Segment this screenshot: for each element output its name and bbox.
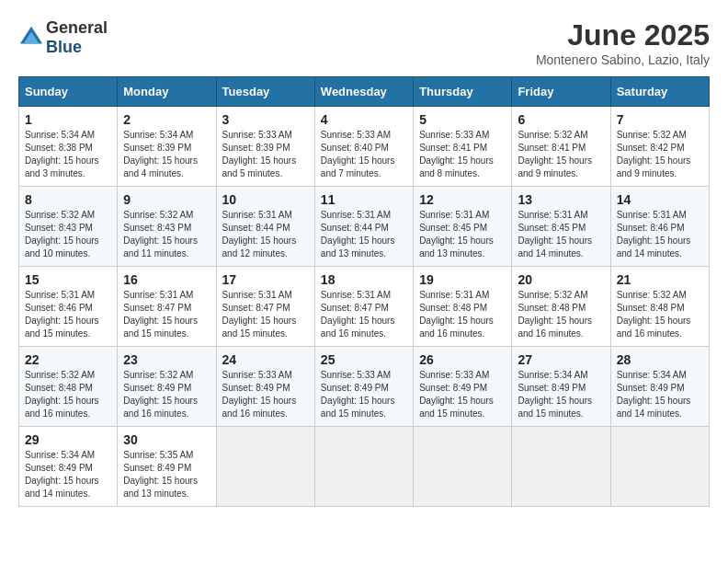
calendar-cell: 22Sunrise: 5:32 AM Sunset: 8:48 PM Dayli… [19,347,118,427]
day-info: Sunrise: 5:32 AM Sunset: 8:48 PM Dayligh… [518,289,604,340]
week-row-1: 1Sunrise: 5:34 AM Sunset: 8:38 PM Daylig… [19,107,710,187]
day-info: Sunrise: 5:31 AM Sunset: 8:47 PM Dayligh… [321,289,407,340]
day-info: Sunrise: 5:33 AM Sunset: 8:39 PM Dayligh… [222,129,309,180]
calendar-cell: 12Sunrise: 5:31 AM Sunset: 8:45 PM Dayli… [414,187,512,267]
calendar-header-row: SundayMondayTuesdayWednesdayThursdayFrid… [19,77,710,107]
day-number: 1 [25,112,111,127]
week-row-5: 29Sunrise: 5:34 AM Sunset: 8:49 PM Dayli… [19,427,710,507]
day-number: 9 [123,192,210,207]
day-number: 4 [321,112,407,127]
day-number: 12 [419,192,506,207]
day-info: Sunrise: 5:31 AM Sunset: 8:45 PM Dayligh… [518,209,604,260]
calendar-cell: 6Sunrise: 5:32 AM Sunset: 8:41 PM Daylig… [512,107,610,187]
day-info: Sunrise: 5:32 AM Sunset: 8:43 PM Dayligh… [25,209,111,260]
day-number: 27 [518,352,604,367]
day-number: 3 [222,112,309,127]
calendar-cell: 24Sunrise: 5:33 AM Sunset: 8:49 PM Dayli… [216,347,314,427]
calendar-cell: 19Sunrise: 5:31 AM Sunset: 8:48 PM Dayli… [414,267,512,347]
day-number: 16 [123,272,210,287]
day-number: 23 [123,352,210,367]
day-number: 28 [617,352,703,367]
day-info: Sunrise: 5:32 AM Sunset: 8:48 PM Dayligh… [25,369,111,420]
calendar-cell: 28Sunrise: 5:34 AM Sunset: 8:49 PM Dayli… [610,347,709,427]
calendar-cell: 20Sunrise: 5:32 AM Sunset: 8:48 PM Dayli… [512,267,610,347]
calendar-cell: 30Sunrise: 5:35 AM Sunset: 8:49 PM Dayli… [118,427,216,507]
day-info: Sunrise: 5:33 AM Sunset: 8:49 PM Dayligh… [321,369,407,420]
calendar-cell: 29Sunrise: 5:34 AM Sunset: 8:49 PM Dayli… [19,427,118,507]
calendar-cell: 10Sunrise: 5:31 AM Sunset: 8:44 PM Dayli… [216,187,314,267]
day-number: 18 [321,272,407,287]
calendar-cell: 5Sunrise: 5:33 AM Sunset: 8:41 PM Daylig… [414,107,512,187]
day-info: Sunrise: 5:34 AM Sunset: 8:49 PM Dayligh… [518,369,604,420]
day-info: Sunrise: 5:32 AM Sunset: 8:43 PM Dayligh… [123,209,210,260]
calendar-cell: 4Sunrise: 5:33 AM Sunset: 8:40 PM Daylig… [314,107,413,187]
day-number: 19 [419,272,506,287]
month-title: June 2025 [536,18,710,52]
calendar-cell [610,427,709,507]
day-number: 2 [123,112,210,127]
day-number: 10 [222,192,309,207]
calendar-cell: 15Sunrise: 5:31 AM Sunset: 8:46 PM Dayli… [19,267,118,347]
day-number: 22 [25,352,111,367]
logo-icon [18,25,44,51]
calendar-cell: 11Sunrise: 5:31 AM Sunset: 8:44 PM Dayli… [314,187,413,267]
calendar-cell: 9Sunrise: 5:32 AM Sunset: 8:43 PM Daylig… [118,187,216,267]
calendar-cell: 13Sunrise: 5:31 AM Sunset: 8:45 PM Dayli… [512,187,610,267]
day-number: 30 [123,432,210,447]
calendar-cell [216,427,314,507]
calendar-cell: 7Sunrise: 5:32 AM Sunset: 8:42 PM Daylig… [610,107,709,187]
calendar-cell: 25Sunrise: 5:33 AM Sunset: 8:49 PM Dayli… [314,347,413,427]
day-info: Sunrise: 5:34 AM Sunset: 8:38 PM Dayligh… [25,129,111,180]
day-number: 7 [617,112,703,127]
col-header-saturday: Saturday [610,77,709,107]
title-area: June 2025 Montenero Sabino, Lazio, Italy [536,18,710,67]
day-info: Sunrise: 5:34 AM Sunset: 8:39 PM Dayligh… [123,129,210,180]
calendar-cell: 23Sunrise: 5:32 AM Sunset: 8:49 PM Dayli… [118,347,216,427]
day-info: Sunrise: 5:32 AM Sunset: 8:41 PM Dayligh… [518,129,604,180]
col-header-monday: Monday [118,77,216,107]
day-number: 5 [419,112,506,127]
day-info: Sunrise: 5:31 AM Sunset: 8:47 PM Dayligh… [123,289,210,340]
calendar-cell: 8Sunrise: 5:32 AM Sunset: 8:43 PM Daylig… [19,187,118,267]
calendar-cell: 17Sunrise: 5:31 AM Sunset: 8:47 PM Dayli… [216,267,314,347]
day-info: Sunrise: 5:31 AM Sunset: 8:46 PM Dayligh… [617,209,703,260]
calendar-cell: 1Sunrise: 5:34 AM Sunset: 8:38 PM Daylig… [19,107,118,187]
day-info: Sunrise: 5:33 AM Sunset: 8:49 PM Dayligh… [419,369,506,420]
week-row-3: 15Sunrise: 5:31 AM Sunset: 8:46 PM Dayli… [19,267,710,347]
day-info: Sunrise: 5:33 AM Sunset: 8:49 PM Dayligh… [222,369,309,420]
day-number: 29 [25,432,111,447]
calendar-cell: 27Sunrise: 5:34 AM Sunset: 8:49 PM Dayli… [512,347,610,427]
day-number: 14 [617,192,703,207]
day-number: 20 [518,272,604,287]
day-number: 8 [25,192,111,207]
day-info: Sunrise: 5:31 AM Sunset: 8:45 PM Dayligh… [419,209,506,260]
calendar-cell [512,427,610,507]
calendar-cell [314,427,413,507]
day-info: Sunrise: 5:35 AM Sunset: 8:49 PM Dayligh… [123,449,210,500]
day-info: Sunrise: 5:31 AM Sunset: 8:48 PM Dayligh… [419,289,506,340]
calendar-cell: 14Sunrise: 5:31 AM Sunset: 8:46 PM Dayli… [610,187,709,267]
day-number: 13 [518,192,604,207]
location-title: Montenero Sabino, Lazio, Italy [536,52,710,67]
col-header-wednesday: Wednesday [314,77,413,107]
day-number: 11 [321,192,407,207]
day-number: 21 [617,272,703,287]
col-header-sunday: Sunday [19,77,118,107]
day-info: Sunrise: 5:31 AM Sunset: 8:44 PM Dayligh… [321,209,407,260]
calendar-cell: 26Sunrise: 5:33 AM Sunset: 8:49 PM Dayli… [414,347,512,427]
day-info: Sunrise: 5:33 AM Sunset: 8:40 PM Dayligh… [321,129,407,180]
day-number: 26 [419,352,506,367]
day-info: Sunrise: 5:34 AM Sunset: 8:49 PM Dayligh… [617,369,703,420]
day-number: 15 [25,272,111,287]
calendar-table: SundayMondayTuesdayWednesdayThursdayFrid… [18,76,710,507]
logo: General Blue [18,18,108,57]
day-info: Sunrise: 5:31 AM Sunset: 8:47 PM Dayligh… [222,289,309,340]
calendar-cell: 18Sunrise: 5:31 AM Sunset: 8:47 PM Dayli… [314,267,413,347]
calendar-body: 1Sunrise: 5:34 AM Sunset: 8:38 PM Daylig… [19,107,710,507]
calendar-cell: 16Sunrise: 5:31 AM Sunset: 8:47 PM Dayli… [118,267,216,347]
week-row-4: 22Sunrise: 5:32 AM Sunset: 8:48 PM Dayli… [19,347,710,427]
logo-blue: Blue [46,38,82,56]
col-header-friday: Friday [512,77,610,107]
day-info: Sunrise: 5:31 AM Sunset: 8:46 PM Dayligh… [25,289,111,340]
day-number: 24 [222,352,309,367]
